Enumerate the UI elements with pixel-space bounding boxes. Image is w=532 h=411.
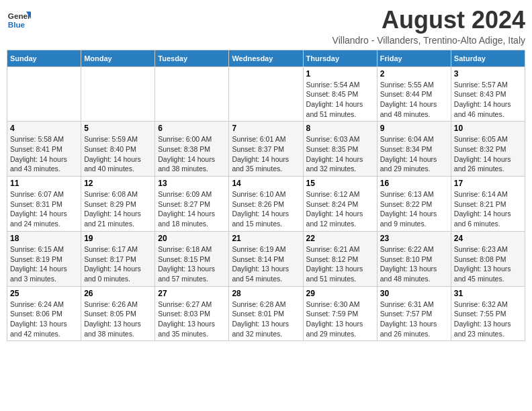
day-number: 10 bbox=[454, 124, 522, 133]
calendar-cell: 14Sunrise: 6:10 AM Sunset: 8:26 PM Dayli… bbox=[229, 177, 303, 232]
day-number: 6 bbox=[158, 124, 226, 133]
day-number: 15 bbox=[306, 179, 374, 188]
day-number: 12 bbox=[84, 179, 152, 188]
day-info: Sunrise: 6:10 AM Sunset: 8:26 PM Dayligh… bbox=[232, 189, 300, 229]
day-info: Sunrise: 6:15 AM Sunset: 8:19 PM Dayligh… bbox=[10, 244, 78, 284]
calendar-cell: 26Sunrise: 6:26 AM Sunset: 8:05 PM Dayli… bbox=[81, 286, 155, 341]
day-info: Sunrise: 6:31 AM Sunset: 7:57 PM Dayligh… bbox=[380, 300, 448, 339]
calendar-cell: 31Sunrise: 6:32 AM Sunset: 7:55 PM Dayli… bbox=[451, 286, 525, 341]
calendar-cell: 19Sunrise: 6:17 AM Sunset: 8:17 PM Dayli… bbox=[81, 231, 155, 286]
day-info: Sunrise: 5:55 AM Sunset: 8:44 PM Dayligh… bbox=[380, 80, 448, 120]
day-number: 29 bbox=[306, 289, 374, 298]
calendar-cell: 1Sunrise: 5:54 AM Sunset: 8:45 PM Daylig… bbox=[303, 66, 377, 122]
day-info: Sunrise: 6:04 AM Sunset: 8:34 PM Dayligh… bbox=[380, 134, 448, 174]
calendar-cell: 30Sunrise: 6:31 AM Sunset: 7:57 PM Dayli… bbox=[377, 286, 451, 341]
day-info: Sunrise: 6:22 AM Sunset: 8:10 PM Dayligh… bbox=[380, 244, 448, 284]
page-header: General Blue August 2024 Villandro - Vil… bbox=[7, 7, 525, 46]
day-number: 24 bbox=[454, 234, 522, 243]
day-header-thursday: Thursday bbox=[303, 50, 377, 66]
calendar-cell: 17Sunrise: 6:14 AM Sunset: 8:21 PM Dayli… bbox=[451, 177, 525, 232]
day-number: 1 bbox=[306, 69, 374, 79]
calendar-cell: 21Sunrise: 6:19 AM Sunset: 8:14 PM Dayli… bbox=[229, 231, 303, 286]
day-number: 4 bbox=[10, 124, 78, 133]
day-number: 26 bbox=[84, 289, 152, 298]
day-info: Sunrise: 5:59 AM Sunset: 8:40 PM Dayligh… bbox=[84, 134, 152, 174]
day-info: Sunrise: 6:26 AM Sunset: 8:05 PM Dayligh… bbox=[84, 300, 152, 339]
logo: General Blue bbox=[7, 7, 31, 31]
day-header-friday: Friday bbox=[377, 50, 451, 66]
calendar-cell: 2Sunrise: 5:55 AM Sunset: 8:44 PM Daylig… bbox=[377, 66, 451, 122]
day-info: Sunrise: 6:24 AM Sunset: 8:06 PM Dayligh… bbox=[10, 300, 78, 339]
day-number: 2 bbox=[380, 69, 448, 79]
calendar-cell: 3Sunrise: 5:57 AM Sunset: 8:43 PM Daylig… bbox=[451, 66, 525, 122]
calendar-week-row: 25Sunrise: 6:24 AM Sunset: 8:06 PM Dayli… bbox=[7, 286, 525, 341]
calendar-cell: 22Sunrise: 6:21 AM Sunset: 8:12 PM Dayli… bbox=[303, 231, 377, 286]
calendar-cell: 15Sunrise: 6:12 AM Sunset: 8:24 PM Dayli… bbox=[303, 177, 377, 232]
day-info: Sunrise: 5:57 AM Sunset: 8:43 PM Dayligh… bbox=[454, 80, 522, 120]
calendar-cell bbox=[7, 66, 81, 122]
calendar-cell: 25Sunrise: 6:24 AM Sunset: 8:06 PM Dayli… bbox=[7, 286, 81, 341]
day-number: 8 bbox=[306, 124, 374, 133]
calendar-week-row: 4Sunrise: 5:58 AM Sunset: 8:41 PM Daylig… bbox=[7, 122, 525, 177]
day-number: 25 bbox=[10, 289, 78, 298]
day-number: 11 bbox=[10, 179, 78, 188]
day-number: 7 bbox=[232, 124, 300, 133]
calendar-cell: 24Sunrise: 6:23 AM Sunset: 8:08 PM Dayli… bbox=[451, 231, 525, 286]
day-number: 5 bbox=[84, 124, 152, 133]
day-number: 9 bbox=[380, 124, 448, 133]
day-number: 30 bbox=[380, 289, 448, 298]
day-header-wednesday: Wednesday bbox=[229, 50, 303, 66]
calendar-cell bbox=[155, 66, 229, 122]
day-number: 18 bbox=[10, 234, 78, 243]
day-info: Sunrise: 6:21 AM Sunset: 8:12 PM Dayligh… bbox=[306, 244, 374, 284]
day-number: 19 bbox=[84, 234, 152, 243]
calendar-cell: 12Sunrise: 6:08 AM Sunset: 8:29 PM Dayli… bbox=[81, 177, 155, 232]
day-info: Sunrise: 6:17 AM Sunset: 8:17 PM Dayligh… bbox=[84, 244, 152, 284]
svg-text:Blue: Blue bbox=[8, 20, 26, 29]
day-number: 28 bbox=[232, 289, 300, 298]
day-info: Sunrise: 6:30 AM Sunset: 7:59 PM Dayligh… bbox=[306, 300, 374, 339]
day-info: Sunrise: 6:09 AM Sunset: 8:27 PM Dayligh… bbox=[158, 189, 226, 229]
day-info: Sunrise: 6:18 AM Sunset: 8:15 PM Dayligh… bbox=[158, 244, 226, 284]
calendar-header-row: SundayMondayTuesdayWednesdayThursdayFrid… bbox=[7, 50, 525, 66]
calendar-cell: 11Sunrise: 6:07 AM Sunset: 8:31 PM Dayli… bbox=[7, 177, 81, 232]
calendar-cell bbox=[229, 66, 303, 122]
location-subtitle: Villandro - Villanders, Trentino-Alto Ad… bbox=[332, 35, 525, 46]
day-info: Sunrise: 6:12 AM Sunset: 8:24 PM Dayligh… bbox=[306, 189, 374, 229]
day-info: Sunrise: 6:07 AM Sunset: 8:31 PM Dayligh… bbox=[10, 189, 78, 229]
day-number: 14 bbox=[232, 179, 300, 188]
calendar-cell: 27Sunrise: 6:27 AM Sunset: 8:03 PM Dayli… bbox=[155, 286, 229, 341]
day-header-monday: Monday bbox=[81, 50, 155, 66]
day-info: Sunrise: 6:08 AM Sunset: 8:29 PM Dayligh… bbox=[84, 189, 152, 229]
calendar-cell: 16Sunrise: 6:13 AM Sunset: 8:22 PM Dayli… bbox=[377, 177, 451, 232]
day-header-tuesday: Tuesday bbox=[155, 50, 229, 66]
day-info: Sunrise: 5:58 AM Sunset: 8:41 PM Dayligh… bbox=[10, 134, 78, 174]
day-info: Sunrise: 6:32 AM Sunset: 7:55 PM Dayligh… bbox=[454, 300, 522, 339]
day-info: Sunrise: 6:05 AM Sunset: 8:32 PM Dayligh… bbox=[454, 134, 522, 174]
day-info: Sunrise: 6:28 AM Sunset: 8:01 PM Dayligh… bbox=[232, 300, 300, 339]
calendar-cell: 20Sunrise: 6:18 AM Sunset: 8:15 PM Dayli… bbox=[155, 231, 229, 286]
month-year-title: August 2024 bbox=[332, 7, 525, 34]
day-header-saturday: Saturday bbox=[451, 50, 525, 66]
calendar-week-row: 11Sunrise: 6:07 AM Sunset: 8:31 PM Dayli… bbox=[7, 177, 525, 232]
day-info: Sunrise: 6:14 AM Sunset: 8:21 PM Dayligh… bbox=[454, 189, 522, 229]
day-number: 17 bbox=[454, 179, 522, 188]
day-info: Sunrise: 6:13 AM Sunset: 8:22 PM Dayligh… bbox=[380, 189, 448, 229]
calendar-cell: 29Sunrise: 6:30 AM Sunset: 7:59 PM Dayli… bbox=[303, 286, 377, 341]
day-info: Sunrise: 6:00 AM Sunset: 8:38 PM Dayligh… bbox=[158, 134, 226, 174]
day-info: Sunrise: 6:23 AM Sunset: 8:08 PM Dayligh… bbox=[454, 244, 522, 284]
day-info: Sunrise: 6:01 AM Sunset: 8:37 PM Dayligh… bbox=[232, 134, 300, 174]
calendar-cell: 13Sunrise: 6:09 AM Sunset: 8:27 PM Dayli… bbox=[155, 177, 229, 232]
calendar-cell: 18Sunrise: 6:15 AM Sunset: 8:19 PM Dayli… bbox=[7, 231, 81, 286]
calendar-cell: 6Sunrise: 6:00 AM Sunset: 8:38 PM Daylig… bbox=[155, 122, 229, 177]
day-info: Sunrise: 6:19 AM Sunset: 8:14 PM Dayligh… bbox=[232, 244, 300, 284]
day-number: 20 bbox=[158, 234, 226, 243]
day-number: 21 bbox=[232, 234, 300, 243]
calendar-cell: 23Sunrise: 6:22 AM Sunset: 8:10 PM Dayli… bbox=[377, 231, 451, 286]
calendar-cell bbox=[81, 66, 155, 122]
calendar-cell: 8Sunrise: 6:03 AM Sunset: 8:35 PM Daylig… bbox=[303, 122, 377, 177]
day-number: 16 bbox=[380, 179, 448, 188]
day-info: Sunrise: 6:27 AM Sunset: 8:03 PM Dayligh… bbox=[158, 300, 226, 339]
day-info: Sunrise: 5:54 AM Sunset: 8:45 PM Dayligh… bbox=[306, 80, 374, 120]
calendar-week-row: 18Sunrise: 6:15 AM Sunset: 8:19 PM Dayli… bbox=[7, 231, 525, 286]
